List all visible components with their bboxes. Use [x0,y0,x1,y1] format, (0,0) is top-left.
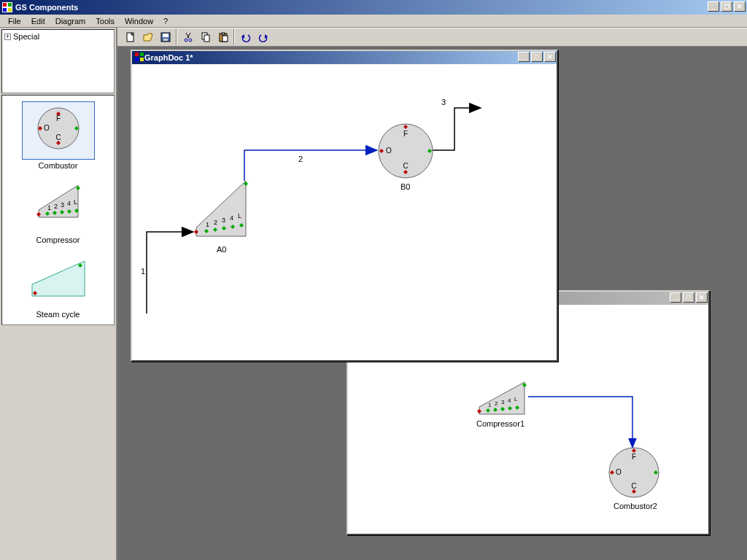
port-label-C: C [403,162,408,170]
cut-button[interactable] [179,29,196,45]
undo-button[interactable] [237,29,254,45]
node-compressor1[interactable]: 1 2 3 4 L [473,378,532,423]
app-icon [2,2,12,12]
app-title: GS Components [15,3,78,12]
svg-text:2: 2 [54,203,58,210]
tree-item-label: Special [13,32,39,41]
sidebar: + Special F O C Combustor [0,28,117,560]
palette-item-steamcycle[interactable]: Steam cycle [2,247,114,322]
svg-rect-2 [3,8,7,12]
port-label-C: C [631,482,636,490]
port-label: 1 [206,221,209,228]
toolbar [117,28,747,47]
doc1-title: GraphDoc 1* [144,53,193,62]
svg-marker-58 [196,181,246,236]
port-label: 4 [508,397,511,404]
svg-marker-35 [32,261,85,296]
port-label: 3 [222,217,225,224]
port-label: 2 [214,219,217,226]
component-palette: F O C Combustor 1 2 [1,95,115,325]
menu-tools[interactable]: Tools [90,15,120,27]
steamcycle-thumb [22,250,95,308]
port-label: L [238,212,241,219]
svg-rect-55 [140,58,144,61]
menu-edit[interactable]: Edit [26,15,50,27]
port-label: 4 [230,214,233,222]
port-label: L [514,396,518,402]
doc1-titlebar[interactable]: GraphDoc 1* _ □ ✕ [132,51,557,64]
document-window-1[interactable]: GraphDoc 1* _ □ ✕ 1 2 3 [131,50,558,362]
node-b0[interactable]: F O C [376,121,436,182]
port-label-O: O [616,468,622,476]
paste-button[interactable] [214,29,231,45]
doc1-maximize-button[interactable]: □ [531,52,543,62]
doc2-close-button[interactable]: ✕ [696,292,708,303]
doc1-minimize-button[interactable]: _ [518,52,530,62]
menu-diagram[interactable]: Diagram [50,15,91,27]
node-label-compressor1: Compressor1 [476,419,525,428]
svg-rect-3 [8,8,12,12]
combustor-thumb: F O C [22,101,95,160]
svg-text:3: 3 [61,201,64,209]
restore-button[interactable]: ❐ [721,1,732,12]
svg-text:L: L [74,198,77,206]
port-label-F: F [55,114,60,122]
svg-rect-13 [222,33,225,35]
port-label-F: F [403,130,408,138]
svg-point-8 [185,39,187,42]
menubar: File Edit Diagram Tools Window ? [0,15,747,28]
svg-rect-6 [163,34,169,37]
doc-icon [134,52,144,63]
close-button[interactable]: ✕ [734,1,746,12]
node-combustor2[interactable]: F O C [605,445,663,502]
port-label-F: F [632,453,636,461]
port-label: 1 [488,402,492,408]
tree-item-special[interactable]: + Special [4,32,112,41]
node-label-a0: A0 [217,245,226,254]
port-label: 2 [495,400,498,407]
svg-point-9 [189,39,192,42]
svg-rect-11 [204,35,209,42]
compressor-thumb: 1 2 3 4 L [22,176,95,234]
port-label-C: C [55,133,61,141]
svg-text:4: 4 [67,200,71,207]
doc1-canvas[interactable]: 1 2 3 1 2 3 4 L [133,66,555,359]
app-titlebar: GS Components _ ❐ ✕ [0,0,747,15]
palette-label: Compressor [36,236,80,244]
palette-item-combustor[interactable]: F O C Combustor [2,98,114,173]
menu-help[interactable]: ? [158,15,173,27]
edge-label-2: 2 [298,155,303,163]
palette-label: Combustor [39,161,78,170]
new-button[interactable] [122,29,139,45]
palette-label: Steam cycle [36,310,80,319]
tree-expand-icon[interactable]: + [4,34,11,40]
menu-file[interactable]: File [3,15,26,27]
node-label-combustor2: Combustor2 [614,502,657,510]
port-label-O: O [386,147,392,155]
doc2-minimize-button[interactable]: _ [670,292,681,303]
open-button[interactable] [139,29,156,45]
port-label: 3 [501,399,505,405]
doc1-close-button[interactable]: ✕ [544,52,556,62]
edge-label-1: 1 [141,267,145,276]
doc2-maximize-button[interactable]: □ [683,292,694,303]
copy-button[interactable] [197,29,214,45]
menu-window[interactable]: Window [120,15,158,27]
redo-button[interactable] [255,29,271,45]
svg-rect-7 [163,39,168,41]
save-button[interactable] [157,29,174,45]
svg-rect-1 [8,3,12,7]
minimize-button[interactable]: _ [708,1,719,12]
node-a0[interactable]: 1 2 3 4 L [192,176,250,245]
node-label-b0: B0 [400,182,410,191]
port-label-O: O [44,124,50,132]
svg-rect-0 [3,3,7,7]
svg-rect-52 [135,52,139,56]
svg-rect-53 [140,52,144,56]
svg-rect-54 [135,58,139,61]
svg-text:1: 1 [47,204,51,211]
tree-panel: + Special [1,29,115,93]
edge-label-3: 3 [441,98,446,106]
palette-item-compressor[interactable]: 1 2 3 4 L Compressor [2,173,114,247]
mdi-area: _ □ ✕ 1 [117,47,747,560]
